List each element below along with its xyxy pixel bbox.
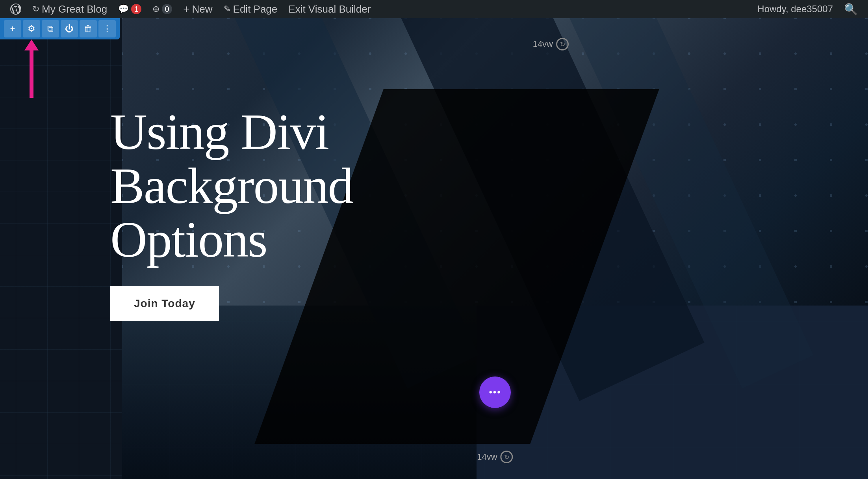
comments-count: 1 (131, 4, 141, 14)
edit-page-label: Edit Page (233, 3, 278, 15)
vb-add-button[interactable]: + (4, 20, 21, 37)
admin-bar-left: ↻ My Great Blog 💬 1 ⊕ 0 + New ✎ Edit Pag… (5, 0, 752, 18)
up-arrow-indicator (24, 39, 39, 98)
plus-pattern-left (0, 18, 122, 479)
arrow-shaft (30, 50, 33, 98)
edit-icon: ✎ (224, 4, 231, 14)
wp-logo-item[interactable] (5, 0, 27, 18)
join-today-button[interactable]: Join Today (110, 286, 219, 321)
edit-page-item[interactable]: ✎ Edit Page (218, 0, 283, 18)
font-size-badge-top: 14vw ↻ (533, 38, 569, 50)
page-content: 14vw ↻ 14vw ↻ Using Divi Background Opti… (0, 18, 868, 479)
hero-heading-line3: Options (110, 211, 267, 268)
new-label: New (192, 3, 213, 15)
settings-icon: ⚙ (28, 24, 35, 34)
updates-count: 0 (162, 4, 172, 14)
purple-fab-button[interactable] (479, 376, 511, 408)
vb-power-button[interactable]: ⏻ (61, 20, 78, 37)
hero-heading-line2: Background (110, 157, 352, 214)
trash-icon: 🗑 (84, 24, 93, 34)
search-icon[interactable]: 🔍 (838, 3, 863, 16)
hero-heading: Using Divi Background Options (110, 105, 352, 267)
add-icon: + (10, 24, 15, 34)
font-size-top-value: 14vw (533, 39, 553, 49)
font-size-badge-bottom: 14vw ↻ (477, 451, 513, 463)
duplicate-icon: ⧉ (47, 24, 54, 34)
exit-vb-label: Exit Visual Builder (288, 3, 371, 15)
power-icon: ⏻ (65, 24, 74, 34)
wp-logo-icon (10, 4, 21, 15)
plus-icon: + (183, 3, 189, 15)
updates-icon: ⊕ (152, 4, 160, 14)
vb-trash-button[interactable]: 🗑 (80, 20, 97, 37)
site-name-item[interactable]: ↻ My Great Blog (27, 0, 113, 18)
admin-bar-right: Howdy, dee35007 🔍 (752, 3, 863, 16)
vb-more-button[interactable]: ⋮ (98, 20, 116, 37)
howdy-text: Howdy, dee35007 (752, 4, 838, 15)
site-name-label: My Great Blog (42, 3, 107, 15)
hero-heading-line1: Using Divi (110, 103, 328, 160)
bg-left-panel (0, 18, 122, 479)
sync-icon-top[interactable]: ↻ (556, 38, 569, 50)
vb-duplicate-button[interactable]: ⧉ (42, 20, 59, 37)
font-size-bottom-value: 14vw (477, 452, 497, 462)
hero-text-block: Using Divi Background Options Join Today (110, 105, 352, 321)
exit-vb-item[interactable]: Exit Visual Builder (283, 0, 376, 18)
new-item[interactable]: + New (178, 0, 218, 18)
comments-item[interactable]: 💬 1 (113, 0, 147, 18)
sync-icon-bottom[interactable]: ↻ (501, 451, 513, 463)
hero-section: 14vw ↻ 14vw ↻ Using Divi Background Opti… (0, 18, 868, 479)
updates-item[interactable]: ⊕ 0 (147, 0, 178, 18)
vb-settings-button[interactable]: ⚙ (23, 20, 40, 37)
vb-toolbar: + ⚙ ⧉ ⏻ 🗑 ⋮ (0, 18, 120, 39)
admin-bar: ↻ My Great Blog 💬 1 ⊕ 0 + New ✎ Edit Pag… (0, 0, 868, 18)
wp-ring-icon: ↻ (32, 4, 39, 14)
more-icon: ⋮ (103, 24, 111, 34)
arrow-head (24, 39, 39, 50)
comments-icon: 💬 (118, 4, 129, 14)
